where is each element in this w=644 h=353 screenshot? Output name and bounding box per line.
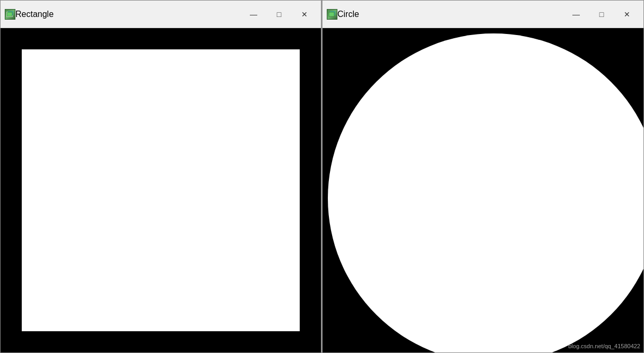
rectangle-canvas — [1, 28, 321, 352]
circle-window: Circle — □ ✕ blog.csdn.net/qq_41580422 — [321, 0, 644, 353]
rectangle-close-button[interactable]: ✕ — [292, 6, 317, 23]
rectangle-app-icon — [5, 9, 15, 20]
circle-app-icon — [327, 9, 337, 20]
circle-titlebar: Circle — □ ✕ — [323, 1, 643, 28]
rectangle-maximize-button[interactable]: □ — [267, 6, 291, 23]
circle-maximize-button[interactable]: □ — [589, 6, 614, 23]
circle-shape — [328, 33, 643, 352]
rectangle-shape — [22, 49, 300, 331]
watermark-text: blog.csdn.net/qq_41580422 — [568, 343, 640, 349]
rectangle-title: Rectangle — [15, 10, 241, 19]
rectangle-titlebar: Rectangle — □ ✕ — [1, 1, 321, 28]
rectangle-minimize-button[interactable]: — — [241, 6, 266, 23]
circle-window-controls: — □ ✕ — [564, 6, 639, 23]
circle-close-button[interactable]: ✕ — [615, 6, 639, 23]
rectangle-window: Rectangle — □ ✕ — [0, 0, 321, 353]
circle-canvas: blog.csdn.net/qq_41580422 — [323, 28, 643, 352]
svg-rect-4 — [329, 12, 334, 16]
rectangle-window-controls: — □ ✕ — [241, 6, 317, 23]
circle-minimize-button[interactable]: — — [564, 6, 588, 23]
circle-title: Circle — [337, 10, 564, 19]
svg-rect-2 — [7, 12, 12, 16]
